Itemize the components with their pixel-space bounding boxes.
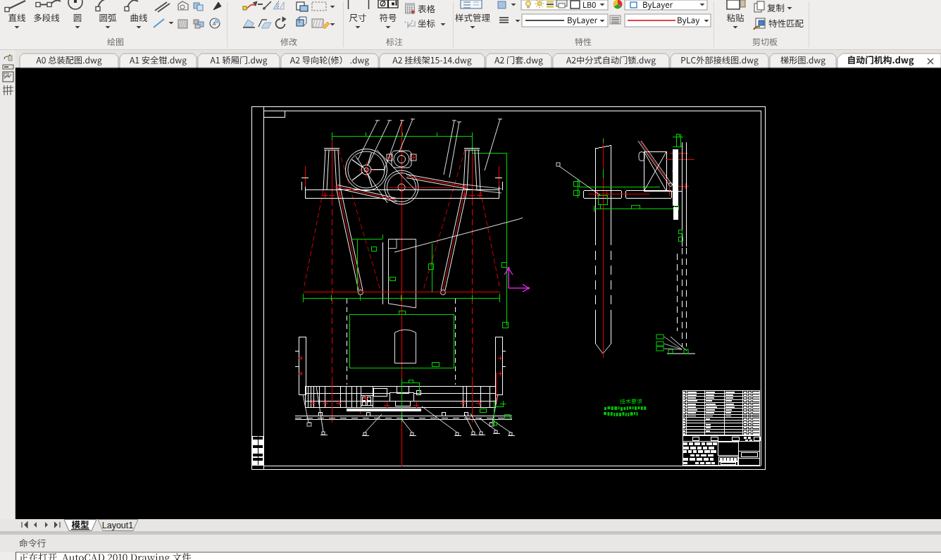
svg-text:Layout1: Layout1 xyxy=(102,521,134,530)
